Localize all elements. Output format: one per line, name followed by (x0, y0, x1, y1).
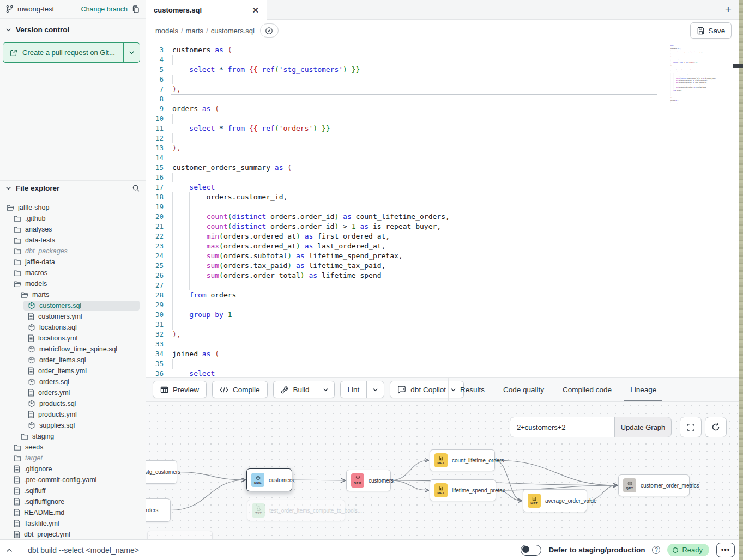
close-icon[interactable]: ✕ (252, 5, 259, 15)
file-tree-item-target[interactable]: target (0, 453, 145, 464)
create-pr-caret[interactable] (123, 43, 140, 62)
code-line-16[interactable]: 16 (146, 173, 739, 182)
lint-options-caret[interactable] (366, 381, 384, 398)
code-line-10[interactable]: 10 (146, 114, 739, 124)
collapse-command-bar-button[interactable] (0, 540, 19, 560)
build-options-caret[interactable] (317, 381, 334, 398)
code-line-6[interactable]: 6 (146, 75, 739, 84)
tab-customers-sql[interactable]: customers.sql ✕ (146, 0, 267, 20)
fullscreen-button[interactable] (680, 417, 702, 437)
tab-code-quality[interactable]: Code quality (503, 378, 544, 401)
file-tree-item-taskfile-yml[interactable]: Taskfile.yml (0, 518, 145, 529)
lint-button[interactable]: Lint (341, 381, 367, 398)
code-line-11[interactable]: 11 select * from {{ ref('orders') }} (146, 124, 739, 133)
tab-lineage[interactable]: Lineage (630, 378, 656, 401)
code-line-36[interactable]: select (670, 103, 721, 105)
file-tree-item-analyses[interactable]: analyses (0, 224, 145, 235)
code-line-35[interactable]: 35 (146, 359, 739, 369)
code-line-7[interactable]: 7), (146, 84, 739, 94)
code-line-19[interactable]: 19 (146, 202, 739, 212)
code-line-32[interactable]: 32), (146, 330, 739, 339)
code-line-13[interactable]: 13), (146, 143, 739, 153)
file-tree-item-metricflow-time-spine-sql[interactable]: metricflow_time_spine.sql (0, 344, 145, 355)
file-tree-item-order-items-yml[interactable]: order_items.yml (0, 366, 145, 376)
search-icon[interactable] (132, 184, 140, 192)
compile-button[interactable]: Compile (212, 381, 268, 398)
version-control-header[interactable]: Version control (0, 19, 146, 38)
file-tree-item-data-tests[interactable]: data-tests (0, 235, 145, 246)
file-tree-item--sqlfluff[interactable]: .sqlfluff (0, 485, 145, 496)
code-line-27[interactable]: 27 (146, 281, 739, 290)
dbt-copilot-button[interactable]: dbt Copilot (390, 381, 464, 398)
breadcrumb-item[interactable]: models (155, 27, 178, 35)
tab-results[interactable]: Results (460, 378, 485, 401)
lineage-node-average_order_value[interactable]: METaverage_order_value (523, 489, 587, 512)
lineage-selector-input[interactable]: 2+customers+2 (510, 417, 614, 437)
code-line-4[interactable]: 4 (146, 55, 739, 65)
file-tree-item-locations-sql[interactable]: locations.sql (0, 322, 145, 333)
lineage-node-lifetime_spend_pretax[interactable]: METlifetime_spend_pretax (430, 479, 496, 501)
help-icon[interactable]: ? (652, 546, 660, 554)
file-tree-item--github[interactable]: .github (0, 213, 145, 224)
code-line-3[interactable]: 3customers as ( (146, 45, 739, 55)
file-tree-item--pre-commit-config-yaml[interactable]: .pre-commit-config.yaml (0, 474, 145, 485)
file-explorer-header[interactable]: File explorer (0, 180, 146, 195)
scrollbar-thumb[interactable] (733, 64, 743, 68)
code-line-5[interactable]: 5 select * from {{ ref('stg_customers') … (146, 65, 739, 75)
code-line-15[interactable]: 15customer_orders_summary as ( (146, 163, 739, 173)
file-tree-item-supplies-sql[interactable]: supplies.sql (0, 420, 145, 431)
file-tree-item-macros[interactable]: macros (0, 267, 145, 278)
lineage-node-orders_model[interactable]: MDLorders (146, 498, 171, 522)
command-input[interactable]: dbt build --select <model_name> (19, 546, 139, 555)
code-line-25[interactable]: 25 sum(orders.tax_paid) as lifetime_tax_… (146, 261, 739, 271)
file-tree-item-models[interactable]: models (0, 278, 145, 289)
code-line-18[interactable]: 18 orders.customer_id, (146, 192, 739, 202)
more-options-button[interactable]: ••• (716, 543, 735, 557)
file-tree-item-jaffle-shop[interactable]: jaffle-shop (0, 202, 145, 213)
file-tree-item-orders-sql[interactable]: orders.sql (0, 376, 145, 387)
code-line-8[interactable]: 8 (146, 94, 739, 104)
navigate-icon[interactable] (260, 23, 279, 38)
lineage-node-test_order_items[interactable]: TSTtest_order_items_compute_to_bools... (247, 500, 345, 521)
file-tree-item-products-yml[interactable]: products.yml (0, 409, 145, 420)
code-line-20[interactable]: 20 count(distinct orders.order_id) as co… (146, 212, 739, 222)
file-tree-item--sqlfluffignore[interactable]: .sqlfluffignore (0, 496, 145, 507)
file-tree-item-dbt-project-yml[interactable]: dbt_project.yml (0, 529, 145, 539)
file-tree-item--gitignore[interactable]: .gitignore (0, 464, 145, 474)
breadcrumb-item[interactable]: marts (186, 27, 204, 35)
code-line-31[interactable]: 31 (146, 320, 739, 330)
breadcrumb-item[interactable]: customers.sql (211, 27, 255, 35)
file-tree-item-products-sql[interactable]: products.sql (0, 398, 145, 409)
code-line-29[interactable]: 29 (146, 300, 739, 310)
refresh-button[interactable] (705, 417, 727, 437)
create-pr-button[interactable]: Create a pull request on Git... (3, 42, 140, 63)
new-tab-button[interactable]: + (725, 3, 732, 16)
file-tree-item-staging[interactable]: staging (0, 431, 145, 442)
file-tree-item-customers-yml[interactable]: customers.yml (0, 311, 145, 322)
code-line-34[interactable]: 34joined as ( (146, 349, 739, 359)
change-branch-link[interactable]: Change branch (81, 5, 128, 13)
code-line-14[interactable]: 14 (146, 153, 739, 163)
minimap[interactable]: withcustomers as ( select * from {{ ref(… (670, 45, 721, 109)
update-graph-button[interactable]: Update Graph (614, 417, 672, 437)
code-line-22[interactable]: 22 min(orders.ordered_at) as first_order… (146, 232, 739, 241)
code-line-33[interactable]: 33 (146, 339, 739, 349)
lineage-node-customers_sem[interactable]: SEMcustomers (346, 470, 391, 491)
file-tree-item-dbt-packages[interactable]: dbt_packages (0, 246, 145, 257)
build-button[interactable]: Build (274, 381, 317, 398)
lineage-node-customer_order_metrics[interactable]: QRYcustomer_order_metrics (618, 474, 690, 496)
file-tree-item-seeds[interactable]: seeds (0, 442, 145, 453)
file-tree-item-locations-yml[interactable]: locations.yml (0, 333, 145, 344)
lineage-node-partial_node[interactable] (147, 531, 213, 539)
file-tree-item-jaffle-data[interactable]: jaffle-data (0, 257, 145, 267)
code-line-9[interactable]: 9orders as ( (146, 104, 739, 114)
code-line-28[interactable]: 28 from orders (146, 290, 739, 300)
file-tree-item-marts[interactable]: marts (0, 289, 145, 300)
lineage-node-customers_model[interactable]: MDLcustomers (246, 468, 292, 491)
lineage-node-count_lifetime_orders[interactable]: METcount_lifetime_orders (430, 449, 495, 471)
lineage-node-stg_customers[interactable]: MDLstg_customers (146, 460, 177, 484)
save-button[interactable]: Save (690, 22, 732, 39)
code-line-36[interactable]: 36 select (146, 369, 739, 377)
code-line-26[interactable]: 26 sum(orders.order_total) as lifetime_s… (146, 271, 739, 281)
file-tree-item-order-items-sql[interactable]: order_items.sql (0, 355, 145, 366)
